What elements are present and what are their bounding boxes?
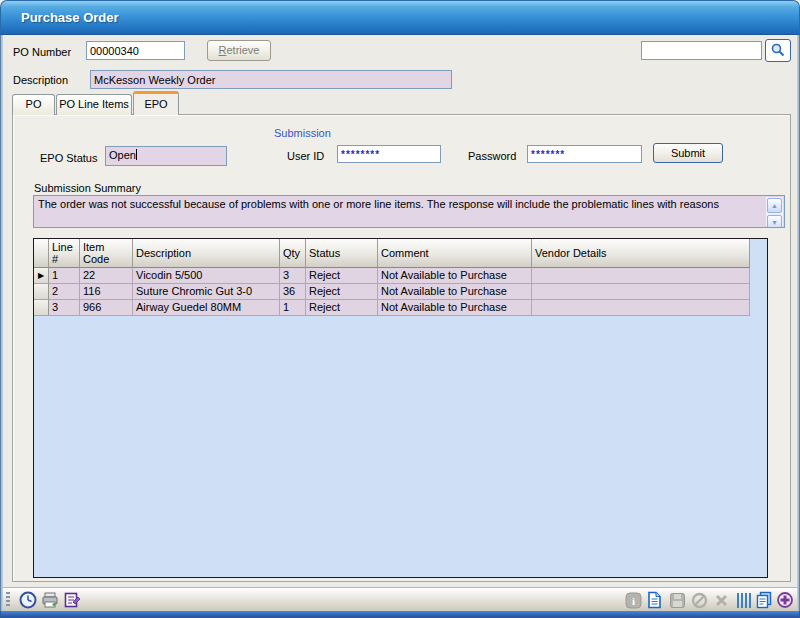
cell-vendor-details[interactable] <box>532 300 750 316</box>
cancel-icon[interactable] <box>690 591 709 609</box>
table-row[interactable]: 3 966 Airway Guedel 80MM 1 Reject Not Av… <box>34 300 767 316</box>
copy-icon[interactable] <box>754 591 773 609</box>
cell-status[interactable]: Reject <box>306 284 378 300</box>
cell-description[interactable]: Suture Chromic Gut 3-0 <box>133 284 280 300</box>
column-header-status[interactable]: Status <box>306 239 378 268</box>
row-selector[interactable] <box>34 300 49 316</box>
password-input[interactable] <box>527 145 642 163</box>
description-label: Description <box>13 74 68 86</box>
cell-status[interactable]: Reject <box>306 300 378 316</box>
description-input[interactable] <box>90 70 452 89</box>
scroll-down-icon[interactable]: ▼ <box>767 215 782 228</box>
cell-line[interactable]: 3 <box>49 300 80 316</box>
tab-po-line-items[interactable]: PO Line Items <box>56 94 132 115</box>
tab-epo[interactable]: EPO <box>133 91 179 115</box>
password-label: Password <box>468 150 516 162</box>
tab-po[interactable]: PO <box>12 94 55 115</box>
row-selector[interactable] <box>34 284 49 300</box>
cell-qty[interactable]: 1 <box>280 300 306 316</box>
column-header-comment[interactable]: Comment <box>378 239 532 268</box>
bottom-toolbar: i <box>3 587 797 611</box>
cell-comment[interactable]: Not Available to Purchase <box>378 268 532 284</box>
column-header-vendor-details[interactable]: Vendor Details <box>532 239 750 268</box>
cell-line[interactable]: 2 <box>49 284 80 300</box>
cell-item-code[interactable]: 966 <box>80 300 133 316</box>
new-document-icon[interactable] <box>645 591 664 609</box>
cell-comment[interactable]: Not Available to Purchase <box>378 300 532 316</box>
cell-description[interactable]: Airway Guedel 80MM <box>133 300 280 316</box>
window-border-left <box>0 35 3 611</box>
retrieve-button[interactable]: Retrieve <box>207 40 271 61</box>
window-title: Purchase Order <box>21 10 119 25</box>
info-icon[interactable]: i <box>624 591 643 609</box>
column-header-qty[interactable]: Qty <box>280 239 306 268</box>
search-button[interactable] <box>765 39 791 62</box>
epo-status-input[interactable]: Open <box>105 146 227 166</box>
cell-vendor-details[interactable] <box>532 268 750 284</box>
purchase-order-window: Purchase Order ✕ PO Number Retrieve Desc… <box>0 0 800 618</box>
submission-summary-textarea[interactable]: The order was not successful because of … <box>33 195 785 228</box>
search-input[interactable] <box>641 41 762 60</box>
row-selector[interactable]: ▶ <box>34 268 49 284</box>
save-icon[interactable] <box>668 591 687 609</box>
text-caret <box>136 149 137 160</box>
search-icon <box>770 42 786 58</box>
svg-text:i: i <box>632 594 635 606</box>
cell-qty[interactable]: 36 <box>280 284 306 300</box>
submission-group-label: Submission <box>270 127 335 139</box>
cell-line[interactable]: 1 <box>49 268 80 284</box>
cell-item-code[interactable]: 116 <box>80 284 133 300</box>
user-id-input[interactable] <box>337 145 441 163</box>
titlebar[interactable]: Purchase Order <box>0 0 800 35</box>
print-icon[interactable] <box>40 591 59 609</box>
columns-icon[interactable] <box>734 591 753 609</box>
edit-notes-icon[interactable] <box>62 591 81 609</box>
column-header-item-code[interactable]: Item Code <box>80 239 133 268</box>
toolbar-grip-handle[interactable] <box>6 592 10 608</box>
cell-description[interactable]: Vicodin 5/500 <box>133 268 280 284</box>
column-header-line[interactable]: Line # <box>49 239 80 268</box>
epo-status-label: EPO Status <box>40 152 97 164</box>
cell-vendor-details[interactable] <box>532 284 750 300</box>
po-number-label: PO Number <box>13 46 71 58</box>
add-medical-icon[interactable] <box>775 591 794 609</box>
column-header-description[interactable]: Description <box>133 239 280 268</box>
summary-scrollbar[interactable]: ▲ ▼ <box>766 197 783 226</box>
row-selector-header <box>34 239 49 268</box>
delete-icon[interactable] <box>712 591 731 609</box>
table-row[interactable]: 2 116 Suture Chromic Gut 3-0 36 Reject N… <box>34 284 767 300</box>
window-border-bottom <box>0 611 800 618</box>
cell-item-code[interactable]: 22 <box>80 268 133 284</box>
cell-qty[interactable]: 3 <box>280 268 306 284</box>
cell-comment[interactable]: Not Available to Purchase <box>378 284 532 300</box>
table-row[interactable]: ▶ 1 22 Vicodin 5/500 3 Reject Not Availa… <box>34 268 767 284</box>
user-id-label: User ID <box>287 150 324 162</box>
line-items-grid: Line # Item Code Description Qty Status … <box>33 238 768 578</box>
scroll-up-icon[interactable]: ▲ <box>767 198 782 213</box>
submission-summary-label: Submission Summary <box>34 182 141 194</box>
po-number-input[interactable] <box>86 41 185 60</box>
grid-header-row: Line # Item Code Description Qty Status … <box>34 239 767 268</box>
cell-status[interactable]: Reject <box>306 268 378 284</box>
current-row-arrow-icon: ▶ <box>38 272 44 280</box>
clock-icon[interactable] <box>18 591 37 609</box>
submit-button[interactable]: Submit <box>653 143 723 163</box>
